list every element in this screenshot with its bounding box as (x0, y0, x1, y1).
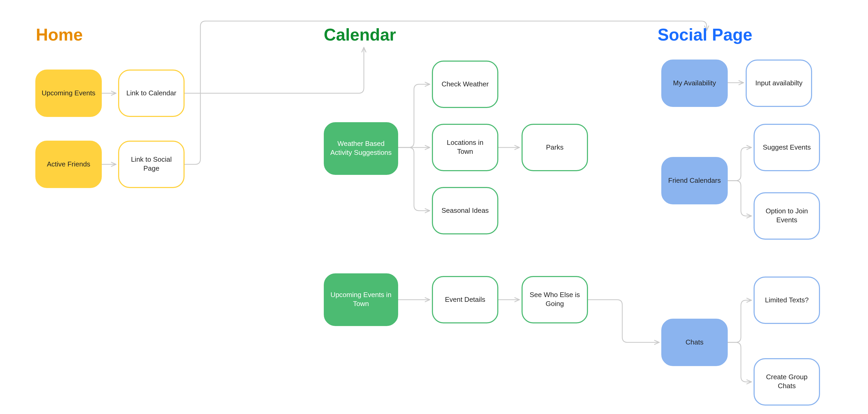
node-my-availability[interactable]: My Availability (661, 60, 728, 107)
node-check-weather[interactable]: Check Weather (432, 61, 498, 108)
node-chats[interactable]: Chats (661, 319, 728, 366)
node-seasonal-ideas[interactable]: Seasonal Ideas (432, 187, 498, 234)
diagram-canvas: Home Calendar Social Page Upcoming Event… (0, 0, 868, 414)
node-input-availability[interactable]: Input availabilty (746, 60, 812, 107)
node-weather-suggestions[interactable]: Weather Based Activity Suggestions (324, 122, 398, 175)
node-create-group-chats[interactable]: Create Group Chats (753, 358, 820, 406)
node-link-to-social[interactable]: Link to Social Page (118, 141, 185, 188)
node-locations-in-town[interactable]: Locations in Town (432, 124, 498, 171)
node-upcoming-events-town[interactable]: Upcoming Events in Town (324, 273, 398, 326)
node-see-who-else[interactable]: See Who Else is Going (522, 276, 588, 323)
node-parks[interactable]: Parks (522, 124, 588, 171)
node-friend-calendars[interactable]: Friend Calendars (661, 157, 728, 204)
heading-calendar: Calendar (324, 26, 396, 43)
heading-social: Social Page (658, 26, 752, 43)
heading-home: Home (36, 26, 83, 43)
node-suggest-events[interactable]: Suggest Events (753, 124, 820, 171)
node-upcoming-events[interactable]: Upcoming Events (35, 70, 102, 117)
node-limited-texts[interactable]: Limited Texts? (753, 277, 820, 324)
node-option-join-events[interactable]: Option to Join Events (753, 192, 820, 240)
node-event-details[interactable]: Event Details (432, 276, 498, 323)
node-active-friends[interactable]: Active Friends (35, 141, 102, 188)
node-link-to-calendar[interactable]: Link to Calendar (118, 70, 185, 117)
